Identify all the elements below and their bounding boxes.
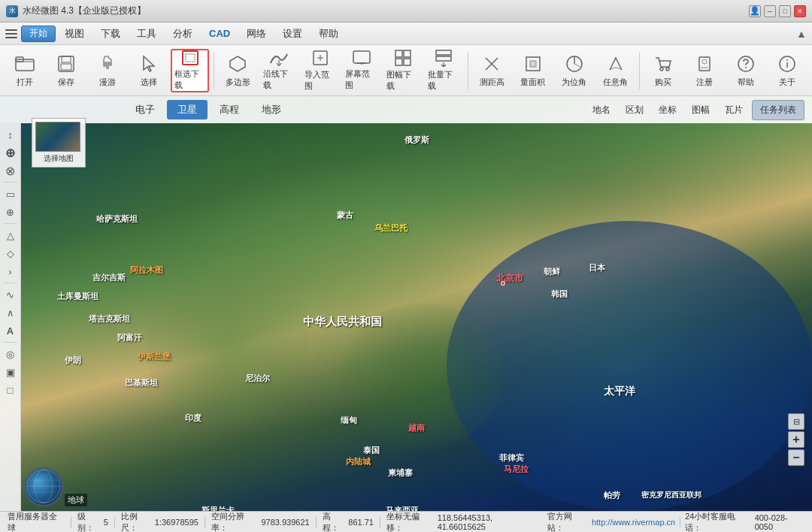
frame-download-icon	[392, 49, 414, 67]
lt-circle[interactable]: ◎	[2, 346, 19, 362]
purchase-icon	[653, 53, 674, 74]
tool-measure-height[interactable]: 测距高	[473, 49, 511, 92]
globe-widget[interactable]	[24, 467, 63, 506]
tab-frame[interactable]: 图幅	[686, 101, 716, 119]
label-nepal: 尼泊尔	[245, 373, 270, 384]
tab-elevation[interactable]: 高程	[209, 100, 250, 119]
tab-electronic[interactable]: 电子	[125, 100, 165, 119]
tool-select[interactable]: 选择	[129, 49, 168, 92]
hamburger-menu[interactable]	[3, 26, 20, 42]
label-islamabad: 伊斯兰堡	[138, 351, 171, 362]
lt-sep-1	[4, 182, 17, 183]
tool-filter-download[interactable]: 框选下载	[171, 49, 209, 92]
lt-crosshair[interactable]: ⊕	[2, 204, 19, 220]
tab-tile[interactable]: 瓦片	[719, 101, 749, 119]
label-ulaanbaatar: 乌兰巴托	[374, 222, 408, 234]
tool-register[interactable]: 注册	[686, 49, 724, 92]
lt-diamond[interactable]: ◇	[2, 245, 19, 261]
nav-zoom-out[interactable]: −	[788, 449, 804, 466]
lt-wave[interactable]: ∿	[2, 286, 19, 303]
tool-line-download[interactable]: 沿线下载	[260, 49, 298, 92]
resolution-label: 空间分辨率：	[211, 511, 259, 533]
label-north-korea: 朝鲜	[544, 266, 560, 277]
about-icon	[777, 53, 798, 74]
menu-settings[interactable]: 设置	[275, 24, 310, 44]
tab-coordinates[interactable]: 坐标	[653, 101, 683, 119]
hotline-label: 24小时客服电话：	[685, 511, 750, 533]
tool-batch-download[interactable]: 批量下载	[425, 49, 463, 92]
lt-triangle[interactable]: △	[2, 227, 19, 243]
menubar: 开始 视图 下载 工具 分析 CAD 网络 设置 帮助 ▲	[0, 23, 812, 45]
tool-frame-download[interactable]: 图幅下载	[383, 49, 422, 92]
tool-any-angle[interactable]: 任意角	[596, 49, 635, 92]
menu-view[interactable]: 视图	[57, 24, 92, 44]
open-icon	[14, 53, 35, 74]
start-button[interactable]: 开始	[21, 26, 56, 42]
collapse-button[interactable]: ▲	[794, 26, 809, 41]
lt-box[interactable]: □	[2, 382, 19, 398]
tool-save[interactable]: 保存	[47, 49, 86, 92]
lt-zoom-out[interactable]: ⊗	[2, 162, 19, 179]
status-sep-4	[316, 517, 317, 527]
toolbar: 打开 保存 漫游 选择 框选下载 多边形	[0, 45, 812, 96]
menu-tools[interactable]: 工具	[129, 24, 164, 44]
scale-label: 比例尺：	[121, 511, 153, 533]
position-angle-icon	[564, 53, 585, 74]
lt-selection[interactable]: ▣	[2, 364, 19, 380]
status-sep-6	[680, 517, 680, 527]
tool-polygon[interactable]: 多边形	[219, 49, 257, 92]
label-russia: 俄罗斯	[404, 135, 429, 146]
selected-map-preview[interactable]: 选择地图	[32, 118, 86, 168]
map-nav-controls: ⊟ + −	[788, 413, 804, 466]
tab-terrain[interactable]: 地形	[251, 100, 292, 119]
user-button[interactable]: 👤	[749, 5, 761, 17]
tab-district[interactable]: 区划	[620, 101, 650, 119]
measure-height-icon	[481, 53, 502, 74]
menu-network[interactable]: 网络	[239, 24, 274, 44]
map-content[interactable]: 俄罗斯 哈萨克斯坦 蒙古 乌兰巴托 朝鲜 韩国 日本 中华人民共和国 北京市 吉…	[21, 123, 812, 511]
tool-roam[interactable]: 漫游	[89, 49, 127, 92]
tool-import-range[interactable]: 导入范围	[301, 49, 340, 92]
line-download-icon	[268, 50, 289, 66]
app-icon: 水	[6, 5, 18, 17]
level-value: 5	[104, 518, 108, 527]
nav-flag[interactable]: ⊟	[788, 413, 804, 430]
tool-purchase[interactable]: 购买	[644, 49, 683, 92]
nav-zoom-in[interactable]: +	[788, 431, 804, 448]
lt-text[interactable]: A	[2, 322, 19, 339]
menu-help[interactable]: 帮助	[311, 24, 346, 44]
menu-cad[interactable]: CAD	[201, 25, 238, 42]
window-controls: 👤 ─ □ ✕	[749, 0, 806, 22]
close-button[interactable]: ✕	[794, 5, 806, 17]
tool-help[interactable]: 帮助	[727, 49, 765, 92]
label-kyrgyzstan: 吉尔吉斯	[92, 272, 126, 283]
tool-roam-label: 漫游	[99, 77, 116, 88]
tool-area[interactable]: 量面积	[514, 49, 553, 92]
task-list-button[interactable]: 任务列表	[752, 100, 804, 120]
tool-about[interactable]: 关于	[768, 49, 806, 92]
coord-label: 坐标无偏移：	[386, 511, 435, 533]
globe-text: 地球	[65, 494, 87, 506]
label-south-korea: 韩国	[551, 289, 568, 300]
tool-position-angle[interactable]: 为位角	[555, 49, 593, 92]
tool-filter-download-label: 框选下载	[174, 68, 205, 91]
minimize-button[interactable]: ─	[764, 5, 776, 17]
lt-peak[interactable]: ∧	[2, 304, 19, 321]
tab-placename[interactable]: 地名	[586, 101, 617, 119]
lt-pan[interactable]: ↕	[2, 126, 19, 143]
website-link[interactable]: http://www.rivermap.cn	[592, 518, 675, 527]
lt-arrow[interactable]: ›	[2, 263, 19, 280]
menu-download[interactable]: 下载	[93, 24, 128, 44]
maximize-button[interactable]: □	[779, 5, 791, 17]
tool-screen-range[interactable]: 屏幕范围	[342, 49, 380, 92]
polygon-icon	[227, 53, 248, 74]
lt-rect[interactable]: ▭	[2, 186, 19, 202]
tab-satellite[interactable]: 卫星	[167, 100, 208, 119]
tool-open[interactable]: 打开	[6, 49, 44, 92]
lt-zoom-in[interactable]: ⊕	[2, 144, 19, 161]
svg-marker-7	[230, 56, 245, 71]
tool-purchase-label: 购买	[655, 77, 671, 88]
tool-about-label: 关于	[779, 77, 795, 88]
menu-analysis[interactable]: 分析	[165, 24, 200, 44]
label-micronesia: 密克罗尼西亚联邦	[641, 490, 701, 500]
